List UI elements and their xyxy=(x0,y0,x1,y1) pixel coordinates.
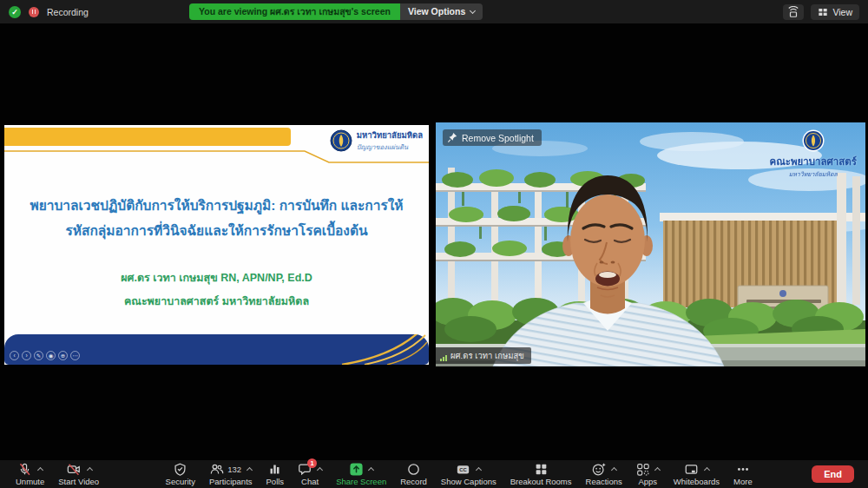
participants-button[interactable]: 132 Participants xyxy=(202,460,260,488)
slideshow-more-icon: ⋯ xyxy=(70,351,80,360)
svg-text:CC: CC xyxy=(460,467,468,472)
apps-icon xyxy=(636,463,649,476)
show-captions-button[interactable]: CC Show Captions xyxy=(434,460,503,488)
breakout-rooms-label: Breakout Rooms xyxy=(510,477,572,486)
polls-button[interactable]: Polls xyxy=(260,460,292,488)
slideshow-pen-icon: ✎ xyxy=(34,351,43,360)
chat-button[interactable]: 1 Chat xyxy=(291,460,329,488)
university-emblem-icon xyxy=(330,129,352,152)
broadcast-icon-button[interactable] xyxy=(783,4,804,20)
faculty-name: คณะพยาบาลศาสตร์ xyxy=(769,154,857,169)
view-layout-icon xyxy=(818,7,828,17)
encryption-check-icon[interactable]: ✓ xyxy=(9,6,21,18)
slide-title-line2: รหัสกลุ่มอาการที่วินิจฉัยและให้การรักษาโ… xyxy=(4,218,429,243)
more-label: More xyxy=(733,477,753,486)
share-screen-label: Share Screen xyxy=(336,477,386,486)
participants-label: Participants xyxy=(209,477,253,486)
video-options-chevron-icon[interactable] xyxy=(87,467,93,473)
slideshow-controls: ‹ › ✎ ◉ ⊕ ⋯ xyxy=(10,351,80,360)
spotlight-video-tile: Remove Spotlight คณะพยาบาลศาสตร์ มหาวิทย… xyxy=(436,122,865,366)
record-button[interactable]: Record xyxy=(393,460,434,488)
more-button[interactable]: More xyxy=(727,460,760,488)
slide-footer-band: ‹ › ✎ ◉ ⊕ ⋯ xyxy=(4,334,429,365)
camera-off-icon xyxy=(66,463,82,476)
pin-icon xyxy=(448,132,457,143)
record-icon xyxy=(407,463,420,476)
shared-screen-slide: มหาวิทยาลัยมหิดล ปัญญาของแผ่นดิน พยาบาลเ… xyxy=(4,125,429,365)
slide-author-name: ผศ.ดร เวทา เกษมสุข RN, APN/NP, Ed.D xyxy=(4,267,429,290)
security-button[interactable]: Security xyxy=(159,460,202,488)
slide-gold-swoosh xyxy=(316,334,429,365)
cast-icon xyxy=(786,6,800,18)
faculty-emblem-icon xyxy=(802,129,825,152)
reactions-chevron-icon[interactable] xyxy=(611,467,617,473)
record-label: Record xyxy=(400,477,427,486)
shield-icon xyxy=(174,463,187,476)
breakout-rooms-button[interactable]: Breakout Rooms xyxy=(503,460,579,488)
polls-label: Polls xyxy=(266,477,285,486)
reactions-button[interactable]: Reactions xyxy=(579,460,629,488)
closed-captions-icon: CC xyxy=(456,463,470,476)
view-label: View xyxy=(832,7,852,17)
slideshow-zoom-icon: ⊕ xyxy=(58,351,68,360)
whiteboards-chevron-icon[interactable] xyxy=(704,467,710,473)
apps-chevron-icon[interactable] xyxy=(654,467,661,473)
view-options-button[interactable]: View Options xyxy=(400,3,483,20)
slide-author-faculty: คณะพยาบาลศาสตร์ มหาวิทยาลัยมหิดล xyxy=(4,290,429,313)
microphone-muted-icon xyxy=(17,463,32,476)
recording-indicator-icon xyxy=(29,7,39,17)
university-logo: มหาวิทยาลัยมหิดล ปัญญาของแผ่นดิน xyxy=(330,129,423,152)
whiteboards-button[interactable]: Whiteboards xyxy=(667,460,727,488)
zoom-meeting-window: ✓ Recording You are viewing ผศ.ดร เวทา เ… xyxy=(0,0,868,488)
participant-name: ผศ.ดร เวทา เกษมสุข xyxy=(450,349,524,362)
view-options-label: View Options xyxy=(408,3,465,20)
slideshow-laser-icon: ◉ xyxy=(46,351,56,360)
slide-author: ผศ.ดร เวทา เกษมสุข RN, APN/NP, Ed.D คณะพ… xyxy=(4,267,429,313)
captions-chevron-icon[interactable] xyxy=(476,467,482,473)
slide-title: พยาบาลเวชปฏิบัติกับการให้บริการปฐมภูมิ: … xyxy=(4,193,429,243)
participants-chevron-icon[interactable] xyxy=(247,467,253,473)
remove-spotlight-label: Remove Spotlight xyxy=(462,133,534,143)
reactions-label: Reactions xyxy=(586,477,622,486)
slide-title-line1: พยาบาลเวชปฏิบัติกับการให้บริการปฐมภูมิ: … xyxy=(4,193,429,218)
chat-icon: 1 xyxy=(298,463,312,476)
share-screen-button[interactable]: Share Screen xyxy=(329,460,393,488)
chat-chevron-icon[interactable] xyxy=(317,467,323,473)
viewing-screen-text: You are viewing ผศ.ดร เวทา เกษมสุข's scr… xyxy=(189,3,400,20)
view-button[interactable]: View xyxy=(811,4,859,20)
unmute-button[interactable]: Unmute xyxy=(9,460,51,488)
university-tagline: ปัญญาของแผ่นดิน xyxy=(357,142,423,152)
end-meeting-button[interactable]: End xyxy=(812,465,854,483)
meeting-top-bar: ✓ Recording You are viewing ผศ.ดร เวทา เ… xyxy=(0,0,868,23)
chat-label: Chat xyxy=(301,477,319,486)
signal-strength-icon xyxy=(440,355,447,362)
start-video-label: Start Video xyxy=(58,477,99,486)
meeting-toolbar: Unmute Start Video Security xyxy=(0,460,868,488)
slideshow-next-icon: › xyxy=(22,351,31,360)
unmute-options-chevron-icon[interactable] xyxy=(37,467,43,473)
unmute-label: Unmute xyxy=(16,477,44,486)
chevron-down-icon xyxy=(470,7,476,13)
participant-name-tag: ผศ.ดร เวทา เกษมสุข xyxy=(436,347,531,364)
reactions-smiley-icon xyxy=(592,463,606,476)
recording-label: Recording xyxy=(47,7,89,17)
polls-icon xyxy=(268,463,281,476)
share-screen-chevron-icon[interactable] xyxy=(368,467,374,473)
start-video-button[interactable]: Start Video xyxy=(51,460,106,488)
faculty-subtitle: มหาวิทยาลัยมหิดล xyxy=(789,169,838,179)
participants-count: 132 xyxy=(227,465,241,474)
remove-spotlight-button[interactable]: Remove Spotlight xyxy=(443,129,542,146)
faculty-logo: คณะพยาบาลศาสตร์ มหาวิทยาลัยมหิดล xyxy=(769,129,857,179)
breakout-rooms-icon xyxy=(535,463,548,476)
whiteboards-label: Whiteboards xyxy=(674,477,720,486)
apps-button[interactable]: Apps xyxy=(629,460,667,488)
whiteboard-icon xyxy=(684,463,699,476)
meeting-stage: มหาวิทยาลัยมหิดล ปัญญาของแผ่นดิน พยาบาลเ… xyxy=(0,23,868,460)
apps-label: Apps xyxy=(638,477,657,486)
slideshow-prev-icon: ‹ xyxy=(10,351,19,360)
chat-unread-badge: 1 xyxy=(307,458,317,468)
viewing-screen-banner: You are viewing ผศ.ดร เวทา เกษมสุข's scr… xyxy=(189,3,483,20)
show-captions-label: Show Captions xyxy=(441,477,496,486)
university-name: มหาวิทยาลัยมหิดล xyxy=(357,129,423,142)
more-ellipsis-icon xyxy=(736,463,750,476)
